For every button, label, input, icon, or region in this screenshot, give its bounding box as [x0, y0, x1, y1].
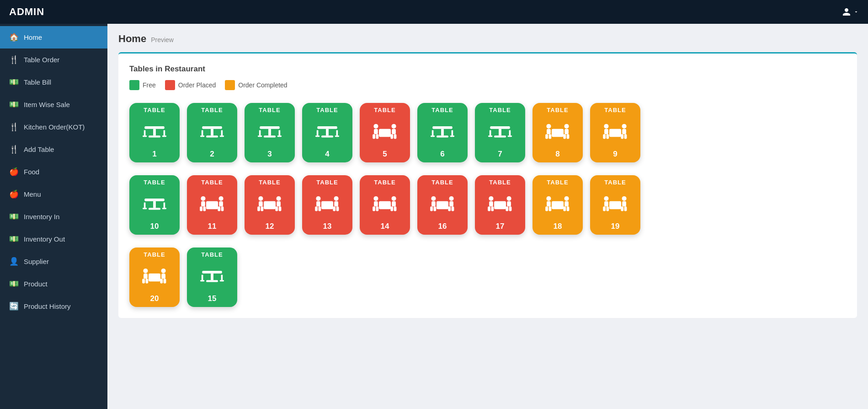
table-card-7[interactable]: TABLE 7 [475, 103, 525, 162]
sidebar-item-item-wise-sale[interactable]: 💵 Item Wise Sale [0, 93, 107, 116]
table-card-12[interactable]: TABLE 12 [245, 175, 295, 235]
svg-rect-125 [491, 206, 494, 211]
sidebar-item-inventory-in[interactable]: 💵 Inventory In [0, 205, 107, 228]
table-icon [314, 115, 341, 149]
svg-rect-89 [261, 206, 263, 211]
table-card-19[interactable]: TABLE 19 [590, 175, 640, 235]
svg-rect-23 [321, 135, 333, 137]
svg-rect-134 [548, 206, 551, 211]
sidebar-icon-item-wise-sale: 💵 [9, 100, 18, 109]
sidebar-item-table-bill[interactable]: 💵 Table Bill [0, 71, 107, 93]
svg-rect-44 [490, 126, 510, 129]
table-icon [314, 188, 341, 221]
svg-rect-7 [202, 126, 222, 129]
navbar: ADMIN [0, 0, 868, 24]
svg-point-108 [392, 196, 396, 200]
restaurant-section-title: Tables in Restaurant [129, 65, 846, 74]
table-label: TABLE [374, 179, 395, 186]
sidebar-label-inventory-in: Inventory In [24, 213, 59, 221]
sidebar-item-table-order[interactable]: 🍴 Table Order [0, 48, 107, 71]
svg-rect-158 [211, 273, 213, 280]
svg-rect-120 [452, 206, 454, 211]
svg-rect-102 [336, 206, 339, 211]
sidebar-item-add-table[interactable]: 🍴 Add Table [0, 138, 107, 161]
user-menu[interactable] [842, 7, 859, 16]
sidebar-item-inventory-out[interactable]: 💵 Inventory Out [0, 228, 107, 250]
svg-rect-41 [431, 135, 435, 137]
table-label: TABLE [144, 179, 165, 186]
table-card-3[interactable]: TABLE 3 [245, 103, 295, 162]
svg-rect-111 [394, 206, 397, 211]
svg-rect-145 [622, 201, 626, 206]
sidebar-label-kitchen-order: Kitchen Order(KOT) [24, 123, 85, 131]
sidebar-item-home[interactable]: 🏠 Home [0, 26, 107, 48]
svg-rect-84 [221, 206, 224, 211]
svg-point-81 [219, 196, 224, 200]
table-number: 5 [383, 150, 387, 159]
sidebar-label-supplier: Supplier [24, 258, 49, 265]
table-card-6[interactable]: TABLE 6 [417, 103, 468, 162]
sidebar-item-menu[interactable]: 🍎 Menu [0, 183, 107, 205]
content-area: Home Preview Tables in Restaurant Free O… [107, 24, 868, 409]
table-number: 9 [613, 150, 617, 159]
svg-rect-36 [394, 134, 397, 139]
svg-rect-100 [334, 201, 338, 206]
table-label: TABLE [316, 107, 338, 113]
svg-rect-14 [260, 126, 280, 129]
table-card-5[interactable]: TABLE 5 [360, 103, 410, 162]
sidebar-icon-table-order: 🍴 [9, 55, 18, 65]
table-card-15[interactable]: TABLE 15 [187, 248, 237, 307]
table-card-13[interactable]: TABLE 13 [302, 175, 352, 235]
table-number: 19 [611, 222, 620, 231]
table-card-1[interactable]: TABLE 1 [129, 103, 180, 162]
svg-rect-20 [277, 135, 282, 137]
svg-point-149 [143, 268, 148, 273]
sidebar-item-supplier[interactable]: 👤 Supplier [0, 250, 107, 273]
table-number: 18 [554, 222, 562, 231]
sidebar-label-food: Food [24, 168, 39, 176]
svg-point-104 [373, 196, 378, 200]
sidebar-item-food[interactable]: 🍎 Food [0, 161, 107, 183]
svg-rect-69 [144, 198, 165, 201]
svg-rect-0 [144, 126, 165, 129]
table-card-16[interactable]: TABLE 16 [417, 175, 468, 235]
table-card-18[interactable]: TABLE 18 [533, 175, 583, 235]
svg-rect-155 [160, 279, 163, 283]
restaurant-card: Tables in Restaurant Free Order Placed O… [118, 52, 857, 318]
table-card-2[interactable]: TABLE 2 [187, 103, 237, 162]
brand-title: ADMIN [9, 6, 44, 18]
sidebar-item-kitchen-order[interactable]: 🍴 Kitchen Order(KOT) [0, 116, 107, 138]
sidebar-item-product-history[interactable]: 🔄 Product History [0, 295, 107, 318]
sidebar-item-product[interactable]: 💵 Product [0, 273, 107, 295]
svg-rect-146 [621, 206, 623, 211]
svg-rect-143 [606, 206, 609, 211]
svg-rect-87 [259, 201, 263, 206]
svg-rect-80 [203, 206, 206, 211]
table-card-20[interactable]: TABLE 20 [129, 248, 180, 307]
table-icon [372, 188, 398, 221]
table-card-17[interactable]: TABLE 17 [475, 175, 525, 235]
svg-rect-59 [567, 134, 570, 139]
table-card-4[interactable]: TABLE 4 [302, 103, 352, 162]
table-card-10[interactable]: TABLE 10 [129, 175, 180, 235]
table-icon [141, 260, 168, 293]
table-card-14[interactable]: TABLE 14 [360, 175, 410, 235]
svg-rect-27 [335, 135, 339, 137]
svg-point-29 [373, 124, 378, 128]
table-card-9[interactable]: TABLE 9 [590, 103, 640, 162]
svg-rect-82 [219, 201, 223, 206]
svg-rect-88 [257, 206, 260, 211]
svg-point-95 [316, 196, 320, 200]
svg-rect-152 [145, 279, 148, 283]
svg-rect-73 [143, 208, 147, 209]
sidebar-label-inventory-out: Inventory Out [24, 235, 65, 243]
svg-rect-3 [144, 130, 146, 135]
svg-rect-112 [437, 201, 448, 209]
sidebar: 🏠 Home 🍴 Table Order 💵 Table Bill 💵 Item… [0, 24, 107, 409]
table-card-8[interactable]: TABLE 8 [533, 103, 583, 162]
table-card-11[interactable]: TABLE 11 [187, 175, 237, 235]
svg-rect-60 [609, 129, 621, 136]
svg-point-86 [258, 196, 263, 200]
legend: Free Order Placed Order Completed [129, 80, 846, 90]
svg-rect-11 [200, 135, 204, 137]
